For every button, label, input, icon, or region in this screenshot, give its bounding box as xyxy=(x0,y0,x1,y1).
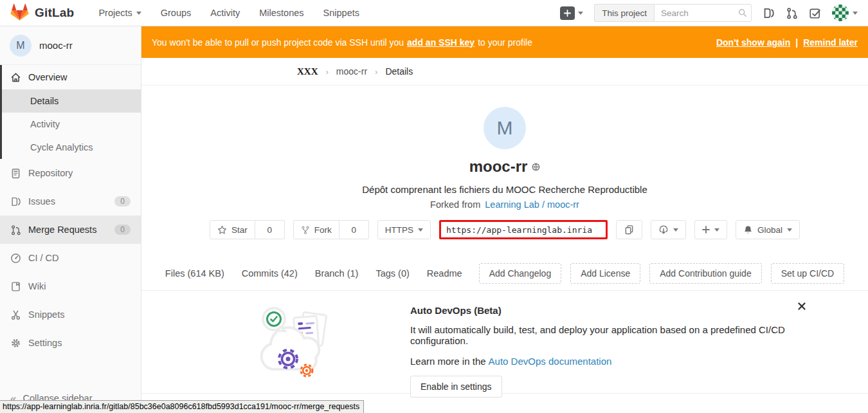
search-scope-label: This project xyxy=(594,4,654,22)
star-count[interactable]: 0 xyxy=(255,220,285,239)
breadcrumb-project[interactable]: mooc-rr xyxy=(336,66,367,77)
chevron-down-icon xyxy=(136,12,141,15)
cloud-download-icon xyxy=(658,225,669,235)
tab-commits[interactable]: Commits (42) xyxy=(242,268,298,279)
new-menu-dropdown[interactable] xyxy=(560,6,583,20)
forked-from-link[interactable]: Learning Lab / mooc-rr xyxy=(485,199,579,210)
nav-snippets[interactable]: Snippets xyxy=(323,8,359,18)
sidebar-item-overview[interactable]: Overview xyxy=(2,65,141,89)
banner-divider: | xyxy=(795,37,798,48)
gitlab-tanuki-icon xyxy=(10,4,29,22)
project-sidebar: M mooc-rr Overview Details Activity Cycl… xyxy=(0,26,141,413)
clone-url-input[interactable] xyxy=(439,220,608,239)
star-icon xyxy=(217,225,227,235)
add-license-button[interactable]: Add License xyxy=(570,263,640,284)
clipboard-copy-icon xyxy=(624,225,634,235)
auto-devops-banner: Auto DevOps (Beta) It will automatically… xyxy=(141,291,868,394)
merge-request-icon xyxy=(10,225,21,235)
new-item-dropdown[interactable] xyxy=(694,220,727,239)
tab-files[interactable]: Files (614 KB) xyxy=(165,268,224,279)
gitlab-logo[interactable]: GitLab xyxy=(10,4,74,22)
chevron-down-icon xyxy=(578,12,583,15)
add-changelog-button[interactable]: Add Changelog xyxy=(479,263,562,284)
breadcrumb-page[interactable]: Details xyxy=(385,66,413,77)
auto-devops-illustration xyxy=(255,300,338,382)
fork-button[interactable]: Fork xyxy=(293,220,339,239)
bell-icon xyxy=(743,225,753,235)
tab-readme[interactable]: Readme xyxy=(427,268,462,279)
plus-icon xyxy=(560,6,575,20)
protocol-dropdown[interactable]: HTTPS xyxy=(377,220,431,239)
ssh-warning-banner: You won't be able to pull or push projec… xyxy=(141,26,868,58)
todo-check-icon[interactable] xyxy=(809,7,821,19)
sidebar-item-activity[interactable]: Activity xyxy=(2,113,141,136)
setup-cicd-button[interactable]: Set up CI/CD xyxy=(771,263,844,284)
add-contribution-guide-button[interactable]: Add Contribution guide xyxy=(649,263,761,284)
fork-icon xyxy=(301,225,310,235)
sidebar-item-wiki[interactable]: Wiki xyxy=(0,272,141,300)
breadcrumb-separator-icon: › xyxy=(375,67,377,77)
sidebar-item-snippets[interactable]: Snippets xyxy=(0,300,141,329)
auto-devops-learn-more: Learn more in theAuto DevOps documentati… xyxy=(410,356,822,367)
gear-icon xyxy=(10,338,21,349)
sidebar-item-cycle-analytics[interactable]: Cycle Analytics xyxy=(2,136,141,159)
tab-tags[interactable]: Tags (0) xyxy=(375,268,409,279)
breadcrumb-root[interactable]: XXX xyxy=(297,66,318,77)
add-ssh-key-link[interactable]: add an SSH key xyxy=(407,37,475,48)
banner-text: You won't be able to pull or push projec… xyxy=(152,37,404,48)
copy-url-button[interactable] xyxy=(616,220,642,239)
remind-later-link[interactable]: Remind later xyxy=(803,37,858,48)
sidebar-item-settings[interactable]: Settings xyxy=(0,329,141,357)
sidebar-project-header[interactable]: M mooc-rr xyxy=(0,26,141,65)
banner-text-suffix: to your profile xyxy=(478,37,532,48)
sidebar-item-ci-cd[interactable]: CI / CD xyxy=(0,244,141,272)
fork-count[interactable]: 0 xyxy=(339,220,369,239)
main-content: XXX › mooc-rr › Details M mooc-rr Dépôt … xyxy=(141,58,868,413)
sidebar-section-overview: Overview Details Activity Cycle Analytic… xyxy=(0,65,141,159)
plus-icon xyxy=(702,226,710,234)
sidebar-item-details[interactable]: Details xyxy=(2,89,141,113)
search-input[interactable] xyxy=(654,4,752,22)
nav-groups[interactable]: Groups xyxy=(161,8,192,18)
notification-setting-dropdown[interactable]: Global xyxy=(736,220,800,239)
browser-status-bar: https://app-learninglab.inria.fr/gitlab/… xyxy=(0,400,364,413)
merge-request-icon[interactable] xyxy=(786,7,798,19)
nav-projects[interactable]: Projects xyxy=(98,8,141,18)
scissors-icon xyxy=(10,309,21,320)
gauge-icon xyxy=(10,253,21,264)
project-avatar: M xyxy=(484,107,526,149)
tab-branch[interactable]: Branch (1) xyxy=(315,268,359,279)
wiki-book-icon xyxy=(10,281,21,292)
merge-requests-count-badge: 0 xyxy=(114,225,131,235)
gitlab-logo-text: GitLab xyxy=(35,6,74,20)
sidebar-item-merge-requests[interactable]: Merge Requests 0 xyxy=(0,216,141,244)
breadcrumb-separator-icon: › xyxy=(326,67,329,77)
issues-count-badge: 0 xyxy=(114,196,131,206)
search-icon xyxy=(738,8,747,17)
sidebar-item-repository[interactable]: Repository xyxy=(0,159,141,187)
project-description: Dépôt comprenant les fichiers du MOOC Re… xyxy=(141,184,868,195)
document-icon xyxy=(10,168,21,179)
auto-devops-doc-link[interactable]: Auto DevOps documentation xyxy=(489,356,612,367)
auto-devops-description: It will automatically build, test, and d… xyxy=(410,324,822,346)
project-avatar-small: M xyxy=(10,35,32,57)
globe-icon xyxy=(532,163,540,171)
chevron-down-icon xyxy=(853,12,858,15)
project-actions-row: Star 0 Fork 0 HTTPS xyxy=(141,220,868,239)
dont-show-again-link[interactable]: Don't show again xyxy=(716,37,790,48)
user-menu-dropdown[interactable] xyxy=(832,5,858,21)
close-icon[interactable] xyxy=(798,302,806,310)
top-navbar: GitLab Projects Groups Activity Mileston… xyxy=(0,0,868,26)
issues-icon[interactable] xyxy=(763,7,775,19)
chevron-down-icon xyxy=(673,228,678,232)
sidebar-project-name: mooc-rr xyxy=(39,40,73,51)
chevron-down-icon xyxy=(787,228,792,232)
star-button[interactable]: Star xyxy=(210,220,255,239)
download-source-dropdown[interactable] xyxy=(651,220,686,239)
sidebar-item-issues[interactable]: Issues 0 xyxy=(0,187,141,216)
issues-icon xyxy=(10,196,21,207)
primary-nav: Projects Groups Activity Milestones Snip… xyxy=(98,8,359,18)
project-stats-bar: Files (614 KB) Commits (42) Branch (1) T… xyxy=(141,257,868,291)
nav-milestones[interactable]: Milestones xyxy=(259,8,303,18)
nav-activity[interactable]: Activity xyxy=(210,8,240,18)
